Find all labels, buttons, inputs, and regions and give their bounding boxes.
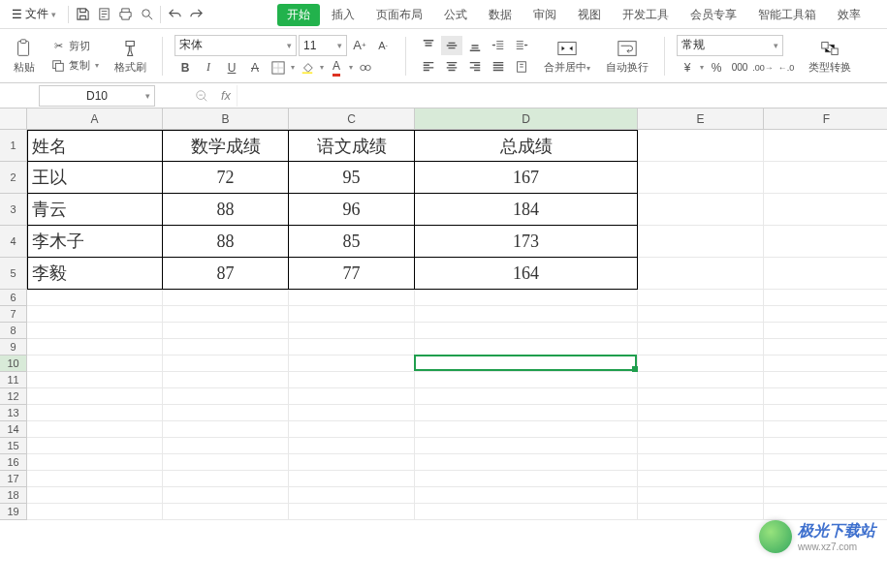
increase-decimal-button[interactable]: .00→ xyxy=(752,58,774,77)
cell[interactable] xyxy=(764,372,887,388)
cell[interactable] xyxy=(638,339,764,356)
cell[interactable] xyxy=(289,388,415,405)
cell[interactable] xyxy=(27,454,163,471)
cell[interactable] xyxy=(289,487,415,504)
currency-button[interactable]: ¥ xyxy=(677,58,698,77)
cell[interactable] xyxy=(638,487,764,504)
cell[interactable] xyxy=(415,438,638,454)
cell[interactable] xyxy=(163,372,289,388)
cell[interactable] xyxy=(27,421,163,438)
cell[interactable]: 青云 xyxy=(27,194,163,226)
cell[interactable] xyxy=(289,356,415,372)
cell[interactable] xyxy=(638,306,764,323)
font-name-combo[interactable]: 宋体▾ xyxy=(174,35,297,56)
tab-1[interactable]: 插入 xyxy=(322,3,364,27)
cell[interactable]: 总成绩 xyxy=(415,130,638,162)
cell[interactable] xyxy=(764,356,887,372)
cell[interactable] xyxy=(764,226,887,258)
percent-button[interactable]: % xyxy=(706,58,727,77)
undo-icon[interactable] xyxy=(167,7,182,22)
cell[interactable] xyxy=(163,290,289,306)
cell[interactable] xyxy=(27,504,163,520)
cell[interactable] xyxy=(638,471,764,487)
cell[interactable] xyxy=(289,421,415,438)
cell[interactable] xyxy=(764,438,887,454)
increase-indent-button[interactable] xyxy=(511,36,532,55)
col-header-B[interactable]: B xyxy=(163,108,289,130)
cell[interactable]: 184 xyxy=(415,194,638,226)
cell[interactable] xyxy=(764,290,887,306)
cell[interactable] xyxy=(163,438,289,454)
cell[interactable]: 88 xyxy=(163,226,289,258)
align-right-button[interactable] xyxy=(464,57,486,77)
align-bottom-button[interactable] xyxy=(464,36,486,55)
cell[interactable] xyxy=(764,306,887,323)
cell[interactable] xyxy=(638,323,764,339)
col-header-C[interactable]: C xyxy=(289,108,415,130)
cell[interactable]: 王以 xyxy=(27,162,163,194)
cell[interactable]: 164 xyxy=(415,258,638,290)
cell[interactable] xyxy=(289,372,415,388)
row-header[interactable]: 16 xyxy=(0,454,27,471)
tab-6[interactable]: 视图 xyxy=(568,3,611,27)
cell[interactable] xyxy=(163,388,289,405)
cell[interactable] xyxy=(638,438,764,454)
tab-10[interactable]: 效率 xyxy=(828,3,871,27)
cell[interactable] xyxy=(638,130,764,162)
tab-0[interactable]: 开始 xyxy=(277,4,320,26)
tab-2[interactable]: 页面布局 xyxy=(366,3,432,27)
cell[interactable] xyxy=(764,388,887,405)
row-header[interactable]: 4 xyxy=(0,226,27,258)
row-header[interactable]: 18 xyxy=(0,487,27,504)
cell[interactable] xyxy=(638,454,764,471)
cell[interactable] xyxy=(415,339,638,356)
cell[interactable] xyxy=(415,454,638,471)
save-icon[interactable] xyxy=(75,7,90,22)
cell[interactable] xyxy=(415,487,638,504)
cell[interactable] xyxy=(764,504,887,520)
print-preview-icon[interactable] xyxy=(96,7,111,22)
tab-7[interactable]: 开发工具 xyxy=(613,3,679,27)
decrease-font-button[interactable]: A- xyxy=(372,36,394,55)
cell[interactable]: 语文成绩 xyxy=(289,130,415,162)
cell[interactable] xyxy=(415,306,638,323)
orientation-button[interactable] xyxy=(511,57,532,77)
cell[interactable] xyxy=(638,405,764,421)
cell[interactable] xyxy=(638,388,764,405)
decrease-indent-button[interactable] xyxy=(488,36,509,55)
cell[interactable]: 姓名 xyxy=(27,130,163,162)
tab-8[interactable]: 会员专享 xyxy=(681,3,746,27)
tab-9[interactable]: 智能工具箱 xyxy=(748,3,826,27)
strike-button[interactable]: A xyxy=(244,58,266,77)
print-icon[interactable] xyxy=(117,7,133,22)
cell[interactable] xyxy=(27,290,163,306)
cell[interactable] xyxy=(27,372,163,388)
cell[interactable] xyxy=(638,504,764,520)
cell[interactable] xyxy=(638,372,764,388)
cell[interactable] xyxy=(638,194,764,226)
cell[interactable] xyxy=(764,194,887,226)
cell[interactable] xyxy=(415,323,638,339)
formula-input[interactable] xyxy=(237,85,887,107)
cell[interactable] xyxy=(289,290,415,306)
row-header[interactable]: 7 xyxy=(0,306,27,323)
cancel-icon[interactable] xyxy=(194,88,209,104)
cell[interactable] xyxy=(289,454,415,471)
row-header[interactable]: 19 xyxy=(0,504,27,520)
wrap-text-button[interactable]: 自动换行 xyxy=(602,36,652,77)
cell[interactable] xyxy=(638,226,764,258)
border-button[interactable] xyxy=(268,58,289,77)
paste-button[interactable]: 粘贴 xyxy=(10,36,39,77)
bold-button[interactable]: B xyxy=(174,58,196,77)
cell[interactable] xyxy=(163,405,289,421)
row-header[interactable]: 5 xyxy=(0,258,27,290)
cell[interactable] xyxy=(638,162,764,194)
tab-3[interactable]: 公式 xyxy=(434,3,477,27)
fx-label[interactable]: fx xyxy=(221,88,231,103)
cell[interactable] xyxy=(27,306,163,323)
underline-button[interactable]: U xyxy=(221,58,242,77)
col-header-E[interactable]: E xyxy=(638,108,764,130)
cell[interactable] xyxy=(415,388,638,405)
row-header[interactable]: 1 xyxy=(0,130,27,162)
cell[interactable] xyxy=(27,323,163,339)
